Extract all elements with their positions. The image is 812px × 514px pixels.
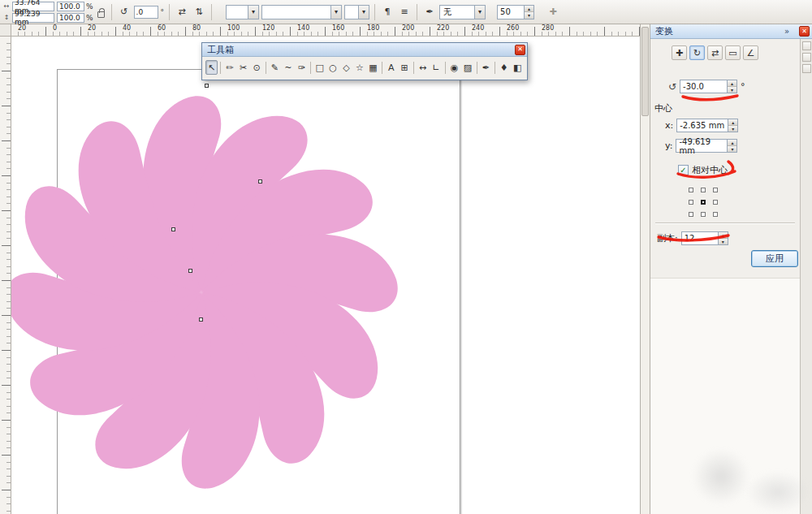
eyedropper-tool[interactable]: ✒: [480, 60, 492, 75]
toolbox-titlebar[interactable]: 工具箱 ✕: [202, 43, 527, 57]
scrollbar-thumb[interactable]: [641, 27, 649, 116]
fill-tool[interactable]: ◧: [511, 60, 523, 75]
selection-handle[interactable]: [171, 227, 175, 231]
outline-pen-tool[interactable]: ♦: [498, 60, 510, 75]
ruler-label: 180: [367, 24, 379, 32]
spin-up-icon[interactable]: [728, 119, 737, 126]
center-x-spinner[interactable]: [728, 119, 737, 132]
anchor-point[interactable]: [685, 196, 697, 208]
blend-tool[interactable]: ◉: [448, 60, 460, 75]
mirror-horizontal-button[interactable]: ⇄: [175, 5, 189, 19]
anchor-grid[interactable]: [685, 184, 721, 220]
anchor-point[interactable]: [685, 184, 697, 196]
scale-x-field[interactable]: 100.0: [57, 2, 84, 11]
connector-tool[interactable]: ∟: [430, 60, 442, 75]
text-wrap-button[interactable]: ¶: [380, 5, 395, 19]
canvas-area[interactable]: [11, 37, 640, 514]
polygon-tool[interactable]: ◇: [340, 60, 352, 75]
outline-width-combo[interactable]: 无: [439, 5, 486, 19]
order-button[interactable]: ≡: [397, 5, 412, 19]
tab-scale-mirror[interactable]: ⇄: [707, 45, 723, 60]
mirror-vertical-button[interactable]: ⇅: [192, 5, 206, 19]
apply-button[interactable]: 应用: [751, 250, 798, 267]
text-tool[interactable]: A: [385, 60, 397, 75]
ruler-origin[interactable]: [0, 24, 11, 37]
v-ruler[interactable]: [0, 37, 11, 514]
spin-up-icon[interactable]: [728, 80, 736, 87]
toolbox-title: 工具箱: [207, 44, 515, 56]
docker-strip-icon[interactable]: [802, 53, 811, 62]
dimension-tool[interactable]: ↔: [417, 60, 429, 75]
chevron-down-icon[interactable]: [248, 6, 258, 19]
units-combo[interactable]: [344, 5, 369, 19]
copies-input[interactable]: 12: [681, 231, 728, 245]
style-combo[interactable]: [226, 5, 259, 19]
rotation-angle-field[interactable]: .0: [134, 6, 158, 19]
spin-up-icon[interactable]: [525, 6, 533, 13]
selection-handle[interactable]: [188, 269, 192, 273]
tab-position[interactable]: ✚: [672, 45, 687, 60]
copies-spinner[interactable]: [718, 232, 728, 244]
anchor-point[interactable]: [697, 196, 709, 208]
vertical-scrollbar[interactable]: [640, 24, 650, 514]
nudge-field[interactable]: 50: [497, 5, 534, 19]
rotation-angle-input[interactable]: -30.0: [680, 80, 737, 93]
spin-down-icon[interactable]: [719, 239, 728, 244]
anchor-point[interactable]: [709, 208, 721, 220]
scale-y-field[interactable]: 100.0: [57, 13, 84, 23]
bezier-tool[interactable]: ~: [282, 60, 294, 75]
tab-size[interactable]: ▭: [725, 45, 741, 60]
tab-skew[interactable]: ∠: [743, 45, 758, 60]
zoom-tool[interactable]: ⊙: [250, 60, 262, 75]
convert-button[interactable]: ✚: [546, 5, 560, 19]
center-y-spinner[interactable]: [727, 140, 736, 152]
tab-rotate[interactable]: ↻: [689, 45, 705, 60]
chevron-down-icon[interactable]: [330, 6, 341, 19]
ellipse-tool[interactable]: ○: [326, 60, 339, 75]
spin-down-icon[interactable]: [525, 12, 533, 19]
flower-object[interactable]: [11, 37, 640, 514]
freehand-tool[interactable]: ✎: [269, 60, 281, 75]
object-height-field[interactable]: 99.239 mm: [12, 13, 54, 23]
ruler-label: 120: [262, 24, 274, 32]
anchor-point[interactable]: [685, 208, 697, 220]
h-ruler[interactable]: 2002040608010012014016018020022024026028…: [11, 24, 640, 37]
selection-handle[interactable]: [199, 317, 203, 322]
spin-down-icon[interactable]: [728, 126, 737, 132]
preset-combo[interactable]: [261, 5, 342, 19]
chevrons-icon[interactable]: »: [784, 27, 789, 36]
rectangle-tool[interactable]: □: [313, 60, 326, 75]
docker-close-button[interactable]: ✕: [799, 26, 810, 37]
lock-ratio-icon[interactable]: [97, 11, 105, 18]
graph-paper-tool[interactable]: ▦: [367, 60, 379, 75]
spin-down-icon[interactable]: [728, 87, 736, 93]
center-x-input[interactable]: -2.635 mm: [676, 119, 738, 132]
anchor-point[interactable]: [709, 196, 721, 208]
relative-center-checkbox[interactable]: ✓: [678, 165, 689, 175]
crop-tool[interactable]: ✂: [237, 60, 249, 75]
table-tool[interactable]: ⊞: [399, 60, 411, 75]
anchor-point[interactable]: [709, 184, 721, 196]
spin-up-icon[interactable]: [719, 232, 728, 239]
selection-handle[interactable]: [258, 179, 262, 184]
spin-down-icon[interactable]: [728, 146, 736, 152]
toolbox-close-button[interactable]: ✕: [515, 45, 525, 55]
nudge-spinner[interactable]: [524, 6, 533, 19]
selection-handle[interactable]: [205, 84, 209, 88]
docker-strip-icon[interactable]: [802, 64, 811, 73]
rotation-spinner[interactable]: [727, 80, 736, 93]
pick-tool[interactable]: ↖: [205, 60, 218, 75]
chevron-down-icon[interactable]: [474, 6, 485, 19]
ruler-label: 220: [437, 24, 449, 32]
anchor-point[interactable]: [697, 208, 709, 220]
shape-tool[interactable]: ✏: [223, 60, 235, 75]
anchor-point[interactable]: [697, 184, 709, 196]
transparency-tool[interactable]: ▨: [461, 60, 473, 75]
center-y-input[interactable]: -49.619 mm: [676, 139, 737, 153]
artistic-media-tool[interactable]: ✑: [296, 60, 308, 75]
toolbox-window[interactable]: 工具箱 ✕ ↖✏✂⊙✎~✑□○◇☆▦A⊞↔∟◉▨✒♦◧: [201, 42, 528, 80]
chevron-down-icon[interactable]: [358, 6, 369, 19]
spin-up-icon[interactable]: [728, 140, 736, 146]
star-tool[interactable]: ☆: [353, 60, 365, 75]
docker-strip-icon[interactable]: [802, 41, 811, 50]
